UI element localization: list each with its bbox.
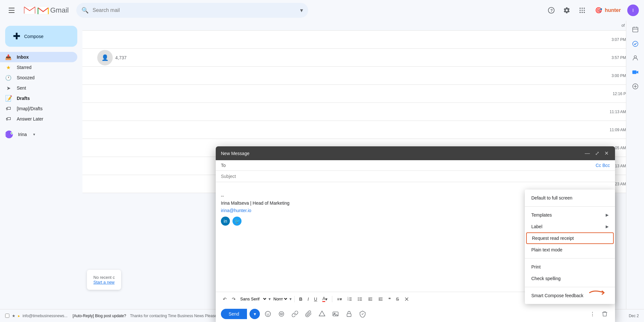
signature-email[interactable]: irina@hunter.io: [221, 208, 251, 213]
sidebar-item-starred[interactable]: ★ Starred: [0, 62, 77, 73]
user-caret-icon: ▾: [33, 132, 35, 137]
sidebar-item-imap-drafts[interactable]: 🏷 [Imap]/Drafts: [0, 103, 77, 114]
search-dropdown-icon[interactable]: ▾: [300, 7, 303, 14]
formatting-options-button[interactable]: [276, 308, 287, 319]
align-button[interactable]: ≡▾: [335, 295, 344, 303]
compose-title: New Message: [221, 151, 583, 156]
menu-item-plain-text[interactable]: Plain text mode: [525, 244, 615, 256]
email-row[interactable]: 👤 4,737 3:57 PM: [82, 49, 644, 67]
email-row[interactable]: 3:07 PM: [82, 31, 644, 49]
sidebar-item-answer-later[interactable]: 🏷 Answer Later: [0, 114, 77, 124]
email-row[interactable]: 11:09 AM: [82, 121, 644, 139]
menu-item-label[interactable]: Label ▶: [525, 221, 615, 232]
hamburger-button[interactable]: [5, 4, 18, 17]
menu-separator-1: [525, 206, 615, 207]
panel-icon-calendar[interactable]: [629, 23, 642, 36]
linkedin-icon[interactable]: in: [221, 217, 230, 226]
menu-item-templates[interactable]: Templates ▶: [525, 209, 615, 221]
menu-separator-3: [525, 287, 615, 287]
email-checkbox[interactable]: [5, 314, 9, 318]
svg-point-29: [358, 297, 359, 298]
bulleted-list-button[interactable]: [355, 295, 365, 303]
email-row[interactable]: 12:16 PM +: [82, 85, 644, 103]
remove-format-button[interactable]: [402, 295, 411, 303]
compose-plus-icon: ✚: [13, 31, 20, 42]
svg-point-4: [580, 8, 581, 9]
search-bar[interactable]: 🔍 ▾: [76, 3, 308, 18]
menu-item-default-fullscreen[interactable]: Default to full screen: [525, 192, 615, 204]
drafts-label: Drafts: [17, 96, 30, 101]
svg-point-30: [358, 298, 359, 299]
svg-rect-13: [632, 27, 638, 32]
attach-file-button[interactable]: [303, 308, 314, 319]
undo-button[interactable]: ↶: [221, 295, 229, 303]
cc-bcc-button[interactable]: Cc Bcc: [596, 163, 610, 168]
sidebar-item-user[interactable]: I Irina ▾: [0, 129, 77, 140]
emoji-button[interactable]: [262, 308, 273, 319]
no-recent-box: No recent c Start a new: [87, 270, 121, 290]
menu-item-check-spelling[interactable]: Check spelling: [525, 273, 615, 284]
panel-icon-contacts[interactable]: [629, 52, 642, 64]
indent-less-button[interactable]: [366, 295, 375, 303]
apps-button[interactable]: [576, 4, 589, 17]
search-input[interactable]: [92, 7, 296, 13]
indent-more-button[interactable]: [376, 295, 385, 303]
panel-icon-tasks[interactable]: [629, 37, 642, 50]
top-nav: G Gmail 🔍 ▾: [0, 0, 644, 21]
menu-item-print[interactable]: Print: [525, 261, 615, 273]
send-button[interactable]: Send: [221, 309, 247, 319]
to-input[interactable]: [228, 163, 596, 168]
nav-right: ? 🎯 hunter I: [545, 4, 639, 17]
help-icon: ?: [548, 7, 555, 14]
hunter-extension[interactable]: 🎯 hunter: [591, 5, 625, 15]
underline-button[interactable]: U: [312, 295, 319, 303]
sidebar-item-sent[interactable]: ➤ Sent: [0, 83, 77, 93]
subject-input[interactable]: [221, 174, 610, 179]
email-row[interactable]: 11:13 AM: [82, 103, 644, 121]
panel-icon-plus[interactable]: [629, 80, 642, 93]
help-button[interactable]: ?: [545, 4, 558, 17]
user-avatar[interactable]: I: [627, 5, 639, 16]
more-options-button[interactable]: ⋮: [588, 309, 597, 319]
start-new-link[interactable]: Start a new: [93, 280, 115, 285]
menu-item-request-read-receipt[interactable]: Request read receipt: [526, 232, 614, 244]
font-select[interactable]: Sans Serif Serif Monospace: [239, 296, 267, 302]
insert-drive-button[interactable]: [317, 308, 327, 319]
text-color-button[interactable]: A▾: [320, 295, 329, 303]
insert-link-button[interactable]: [289, 308, 300, 319]
no-recent-text: No recent c: [93, 275, 115, 280]
hamburger-icon: [9, 8, 14, 13]
italic-button[interactable]: I: [306, 295, 311, 303]
expand-button[interactable]: ⤢: [594, 150, 601, 157]
strikethrough-button[interactable]: S: [394, 295, 401, 303]
panel-icon-zoom[interactable]: [629, 66, 642, 79]
numbered-list-button[interactable]: 1.2.3.: [345, 295, 354, 303]
settings-button[interactable]: [560, 4, 573, 17]
templates-arrow-icon: ▶: [606, 213, 609, 217]
confidential-button[interactable]: [344, 308, 355, 319]
bold-button[interactable]: B: [297, 295, 304, 303]
redo-button[interactable]: ↷: [230, 295, 238, 303]
minimize-button[interactable]: —: [583, 150, 591, 157]
toolbar-separator-2: [332, 296, 332, 302]
delete-draft-button[interactable]: [600, 309, 610, 319]
sign-encrypt-button[interactable]: [357, 308, 368, 319]
twitter-icon[interactable]: 🐦: [232, 217, 242, 226]
sidebar-item-snoozed[interactable]: 🕐 Snoozed: [0, 73, 77, 83]
send-dropdown-button[interactable]: ▾: [250, 309, 260, 319]
insert-photo-button[interactable]: [330, 308, 341, 319]
sidebar-item-drafts[interactable]: 📝 Drafts: [0, 93, 77, 103]
email-time: 11:09 AM: [607, 128, 626, 132]
svg-point-43: [265, 311, 270, 317]
sidebar-item-inbox[interactable]: 📥 Inbox: [0, 52, 77, 62]
inbox-label: Inbox: [17, 54, 29, 60]
close-compose-button[interactable]: ✕: [603, 150, 610, 157]
quote-button[interactable]: ❝: [386, 295, 393, 303]
compose-button[interactable]: ✚ Compose: [5, 26, 77, 47]
email-row[interactable]: 3:00 PM: [82, 67, 644, 85]
svg-rect-19: [632, 71, 636, 74]
svg-point-17: [632, 41, 638, 47]
svg-point-44: [267, 313, 267, 314]
compose-header[interactable]: New Message — ⤢ ✕: [216, 146, 615, 160]
font-size-select[interactable]: Normal Small Large: [272, 296, 288, 302]
